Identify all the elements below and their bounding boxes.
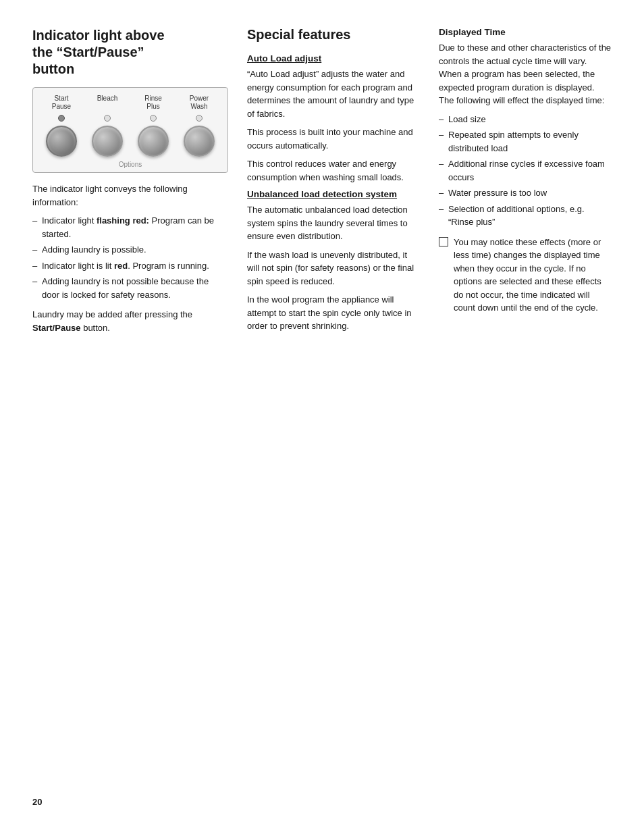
right-bullet-5: Selection of additional options, e.g. “R… <box>439 203 612 229</box>
middle-column: Special features Auto Load adjust “Auto … <box>247 27 420 338</box>
cp-button-power-wash <box>184 126 215 157</box>
right-bullet-list: Load size Repeated spin attempts to even… <box>439 113 612 229</box>
left-section-title: Indicator light above the “Start/Pause” … <box>32 27 228 78</box>
left-bullet-3: Indicator light is lit red. Program is r… <box>32 259 228 273</box>
left-bullet-1: Indicator light flashing red: Program ca… <box>32 214 228 240</box>
left-bullet-2: Adding laundry is possible. <box>32 243 228 257</box>
page-number: 20 <box>32 797 42 807</box>
cp-button-rinse-plus <box>138 126 169 157</box>
control-panel-diagram: StartPause Bleach RinsePlus PowerWash Op… <box>32 87 228 173</box>
subsection-auto-load-title: Auto Load adjust <box>247 53 420 63</box>
note-box-text: You may notice these effects (more or le… <box>454 236 612 315</box>
cp-label-bleach: Bleach <box>90 95 125 111</box>
middle-section-title: Special features <box>247 27 420 43</box>
cp-indicator-4 <box>196 115 203 122</box>
auto-load-para-3: This control reduces water and energy co… <box>247 157 420 184</box>
left-bullet-4: Adding laundry is not possible because t… <box>32 275 228 301</box>
subsection-displayed-time-title: Displayed Time <box>439 27 612 37</box>
left-intro-text: The indicator light conveys the followin… <box>32 182 228 209</box>
note-box: You may notice these effects (more or le… <box>439 236 612 320</box>
page-layout: Indicator light above the “Start/Pause” … <box>32 27 612 340</box>
cp-indicator-1 <box>58 115 65 122</box>
auto-load-para-1: “Auto Load adjust” adjusts the water and… <box>247 68 420 120</box>
subsection-unbalanced-title: Unbalanced load detection system <box>247 189 420 199</box>
right-bullet-4: Water pressure is too low <box>439 186 612 200</box>
unbalanced-para-2: If the wash load is unevenly distributed… <box>247 249 420 288</box>
cp-label-row: StartPause Bleach RinsePlus PowerWash <box>38 95 222 111</box>
unbalanced-para-1: The automatic unbalanced load detection … <box>247 203 420 243</box>
cp-button-row <box>38 126 222 157</box>
right-bullet-3: Additional rinse cycles if excessive foa… <box>439 157 612 184</box>
cp-indicator-2 <box>104 115 111 122</box>
cp-label-power-wash: PowerWash <box>182 95 217 111</box>
cp-indicator-3 <box>150 115 157 122</box>
left-bullet-list: Indicator light flashing red: Program ca… <box>32 214 228 301</box>
right-bullet-1: Load size <box>439 113 612 126</box>
left-footer-text: Laundry may be added after pressing the … <box>32 308 228 334</box>
cp-button-bleach <box>92 126 123 157</box>
note-box-square <box>439 237 448 246</box>
displayed-time-intro: Due to these and other characteristics o… <box>439 41 612 107</box>
cp-label-start-pause: StartPause <box>44 95 79 111</box>
right-column: Displayed Time Due to these and other ch… <box>439 27 612 320</box>
cp-button-start-pause <box>46 126 77 157</box>
right-bullet-2: Repeated spin attempts to evenly distrib… <box>439 128 612 155</box>
cp-label-rinse-plus: RinsePlus <box>136 95 171 111</box>
cp-options-label: Options <box>38 161 222 168</box>
left-column: Indicator light above the “Start/Pause” … <box>32 27 228 340</box>
auto-load-para-2: This process is built into your machine … <box>247 126 420 152</box>
unbalanced-para-3: In the wool program the appliance will a… <box>247 293 420 333</box>
cp-indicator-row <box>38 115 222 122</box>
